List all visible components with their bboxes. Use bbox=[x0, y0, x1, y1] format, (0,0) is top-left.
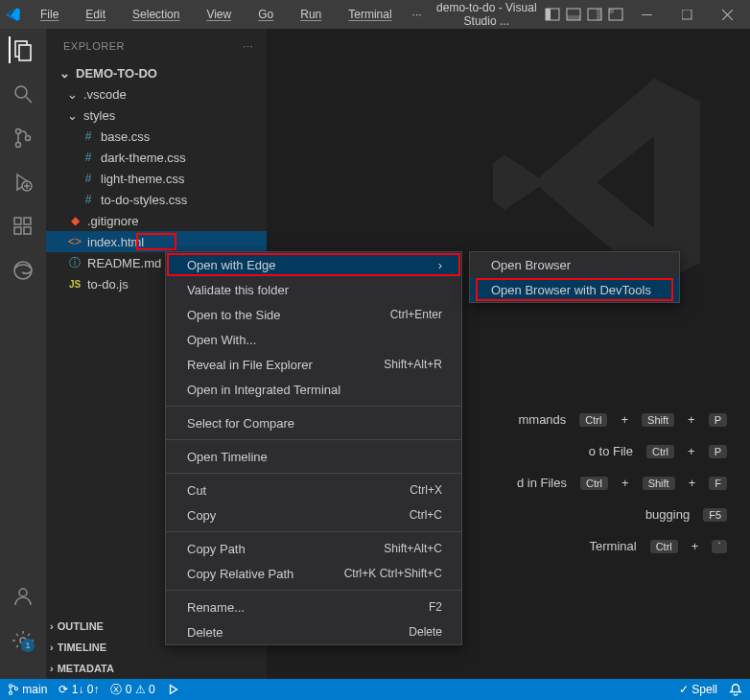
layout-primary-icon[interactable] bbox=[545, 7, 560, 22]
svg-rect-8 bbox=[642, 14, 652, 15]
project-root[interactable]: ⌄DEMO-TO-DO bbox=[46, 62, 267, 83]
file-index-html[interactable]: <>index.html bbox=[46, 231, 267, 252]
activitybar: 1 bbox=[0, 29, 46, 679]
menu-selection[interactable]: Selection bbox=[119, 4, 193, 25]
search-icon[interactable] bbox=[10, 81, 36, 107]
file-base-css[interactable]: #base.css bbox=[46, 126, 267, 147]
ctx-rename-[interactable]: Rename...F2 bbox=[166, 595, 461, 619]
notifications-icon[interactable] bbox=[729, 683, 742, 696]
svg-point-22 bbox=[19, 589, 27, 596]
svg-rect-7 bbox=[609, 9, 614, 13]
context-menu: Open with Edge›Validate this folderOpen … bbox=[165, 251, 462, 645]
window-title: demo-to-do - Visual Studio ... bbox=[429, 1, 545, 28]
file-gitignore[interactable]: ◆.gitignore bbox=[46, 210, 267, 231]
getting-started: mmandsCtrl+Shift+P o to FileCtrl+P d in … bbox=[517, 412, 727, 571]
sync-indicator[interactable]: ⟳ 1↓ 0↑ bbox=[59, 683, 99, 696]
account-icon[interactable] bbox=[10, 583, 36, 610]
menu-view[interactable]: View bbox=[193, 4, 245, 25]
gs-label: mmands bbox=[518, 412, 566, 427]
extensions-icon[interactable] bbox=[10, 213, 36, 240]
ctx-open-to-the-side[interactable]: Open to the SideCtrl+Enter bbox=[166, 302, 461, 327]
svg-rect-11 bbox=[19, 45, 31, 60]
svg-point-13 bbox=[16, 129, 21, 134]
svg-point-25 bbox=[10, 691, 12, 694]
svg-rect-18 bbox=[14, 227, 21, 234]
ctx-copy[interactable]: CopyCtrl+C bbox=[166, 502, 461, 527]
ctx-reveal-in-file-explorer[interactable]: Reveal in File ExplorerShift+Alt+R bbox=[166, 352, 461, 377]
branch-indicator[interactable]: main bbox=[8, 683, 47, 696]
edge-icon[interactable] bbox=[10, 257, 36, 284]
ctx-delete[interactable]: DeleteDelete bbox=[166, 619, 461, 644]
svg-point-15 bbox=[26, 136, 31, 141]
gs-label: d in Files bbox=[517, 476, 567, 490]
folder-styles[interactable]: ⌄styles bbox=[46, 105, 267, 126]
minimize-button[interactable] bbox=[629, 0, 664, 29]
gs-label: o to File bbox=[589, 444, 633, 458]
ctx-open-with-[interactable]: Open With... bbox=[166, 327, 461, 352]
gs-label: bugging bbox=[645, 507, 690, 522]
svg-rect-3 bbox=[567, 15, 580, 20]
svg-rect-20 bbox=[24, 218, 31, 224]
close-button[interactable] bbox=[710, 0, 744, 29]
ctx-open-browser[interactable]: Open Browser bbox=[470, 252, 679, 277]
layout-customize-icon[interactable] bbox=[608, 7, 623, 22]
settings-icon[interactable]: 1 bbox=[10, 627, 36, 654]
menu-go[interactable]: Go bbox=[245, 4, 287, 25]
file-dark-theme-css[interactable]: #dark-theme.css bbox=[46, 147, 267, 168]
maximize-button[interactable] bbox=[669, 0, 704, 29]
context-submenu: Open BrowserOpen Browser with DevTools bbox=[469, 251, 680, 303]
ctx-validate-this-folder[interactable]: Validate this folder bbox=[166, 277, 461, 302]
svg-rect-1 bbox=[546, 9, 551, 20]
svg-rect-19 bbox=[24, 227, 31, 234]
explorer-more-icon[interactable]: ··· bbox=[243, 40, 253, 52]
spell-indicator[interactable]: ✓ Spell bbox=[679, 683, 717, 696]
vscode-logo-icon bbox=[6, 7, 21, 22]
ctx-copy-path[interactable]: Copy PathShift+Alt+C bbox=[166, 536, 461, 561]
folder-vscode[interactable]: ⌄.vscode bbox=[46, 83, 267, 105]
run-debug-icon[interactable] bbox=[10, 169, 36, 196]
metadata-section[interactable]: ›METADATA bbox=[46, 658, 267, 679]
statusbar: main ⟳ 1↓ 0↑ ⓧ 0 ⚠ 0 ✓ Spell bbox=[0, 679, 750, 700]
ctx-open-timeline[interactable]: Open Timeline bbox=[166, 444, 461, 469]
file-light-theme-css[interactable]: #light-theme.css bbox=[46, 168, 267, 189]
menu-edit[interactable]: Edit bbox=[72, 4, 119, 25]
titlebar: File Edit Selection View Go Run Terminal… bbox=[0, 0, 750, 29]
ctx-select-for-compare[interactable]: Select for Compare bbox=[166, 410, 461, 435]
ctx-open-with-edge[interactable]: Open with Edge› bbox=[166, 252, 461, 277]
menu-run[interactable]: Run bbox=[287, 4, 335, 25]
explorer-icon[interactable] bbox=[9, 36, 35, 63]
svg-point-26 bbox=[15, 688, 18, 690]
menu-file[interactable]: File bbox=[27, 4, 72, 25]
svg-rect-9 bbox=[682, 10, 691, 19]
layout-bottom-icon[interactable] bbox=[566, 7, 581, 22]
problems-indicator[interactable]: ⓧ 0 ⚠ 0 bbox=[110, 682, 154, 698]
gs-label: Terminal bbox=[590, 539, 637, 553]
svg-point-12 bbox=[15, 86, 27, 98]
settings-badge: 1 bbox=[21, 639, 35, 652]
svg-point-14 bbox=[16, 143, 21, 148]
svg-rect-5 bbox=[597, 9, 601, 20]
ctx-copy-relative-path[interactable]: Copy Relative PathCtrl+K Ctrl+Shift+C bbox=[166, 561, 461, 586]
file-todo-styles-css[interactable]: #to-do-styles.css bbox=[46, 189, 267, 210]
source-control-icon[interactable] bbox=[10, 125, 36, 152]
svg-point-24 bbox=[10, 685, 12, 688]
menu-terminal[interactable]: Terminal bbox=[335, 4, 405, 25]
svg-rect-17 bbox=[14, 218, 21, 224]
ctx-open-in-integrated-terminal[interactable]: Open in Integrated Terminal bbox=[166, 377, 461, 402]
layout-right-icon[interactable] bbox=[587, 7, 602, 22]
debug-start-icon[interactable] bbox=[167, 683, 180, 696]
ctx-cut[interactable]: CutCtrl+X bbox=[166, 478, 461, 502]
explorer-title: EXPLORER bbox=[63, 40, 125, 52]
menubar: File Edit Selection View Go Run Terminal… bbox=[27, 4, 429, 25]
menu-more[interactable]: ··· bbox=[406, 4, 429, 25]
ctx-open-browser-with-devtools[interactable]: Open Browser with DevTools bbox=[470, 277, 679, 302]
